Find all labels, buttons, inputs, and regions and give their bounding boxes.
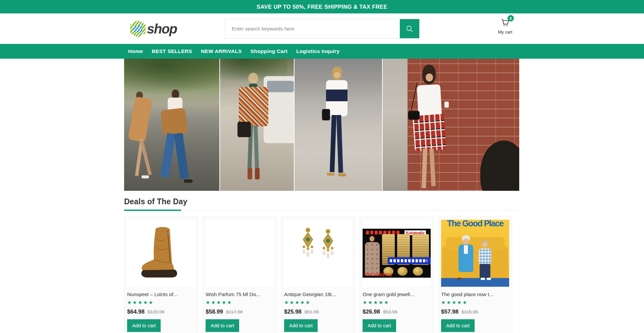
hero-slide-2[interactable] <box>220 59 294 191</box>
trees-art <box>124 59 219 96</box>
product-card: Kukatpally free shipping One gra <box>360 217 434 333</box>
product-image-tan-ankle-boot[interactable] <box>127 220 195 287</box>
collage-woman-art <box>364 234 381 276</box>
product-price: $64.98 <box>127 309 145 315</box>
cart-count-badge: 0 <box>507 15 514 21</box>
product-old-price: $51.96 <box>305 309 319 315</box>
product-card: The Good Place The good place now t <box>438 217 512 333</box>
logo[interactable]: shop <box>130 20 177 38</box>
logo-text: shop <box>147 22 177 36</box>
add-to-cart-button[interactable]: Add to cart <box>363 319 396 332</box>
product-old-price: $129.96 <box>148 309 165 315</box>
product-price: $58.99 <box>206 309 223 315</box>
product-card: Antique Georgian 18t... ★★★★★ $25.98 $51… <box>281 217 355 333</box>
product-title[interactable]: Antique Georgian 18t... <box>284 291 352 297</box>
search-input[interactable] <box>225 19 400 38</box>
hero-slide-4[interactable] <box>383 59 519 191</box>
product-grid: Nunspeet – Loints of... ★★★★★ $64.98 $12… <box>124 217 520 333</box>
main-nav: Home BEST SELLERS NEW ARRIVALS Shopping … <box>0 44 644 59</box>
bag-art <box>237 122 251 137</box>
header: shop 0 My cart <box>0 13 644 44</box>
street-art <box>383 59 408 191</box>
collage-art: Kukatpally free shipping <box>363 229 431 278</box>
hero-slide-3[interactable] <box>294 59 382 191</box>
product-price: $57.98 <box>441 309 459 315</box>
hero-slider <box>124 59 520 191</box>
nav-item-logistics-inquiry[interactable]: Logistics Inquiry <box>296 48 339 54</box>
add-to-cart-button[interactable]: Add to cart <box>127 319 161 332</box>
product-image-blank[interactable] <box>206 220 274 287</box>
logo-hexagon-icon <box>130 20 146 38</box>
coffee-cup-art <box>444 102 449 108</box>
add-to-cart-button[interactable]: Add to cart <box>284 319 318 332</box>
my-cart[interactable]: 0 My cart <box>492 17 518 35</box>
product-card: Nunspeet – Loints of... ★★★★★ $64.98 $12… <box>124 217 198 333</box>
product-old-price: $53.96 <box>383 309 397 315</box>
earrings-art <box>297 225 340 282</box>
poster-art: The Good Place <box>441 220 509 287</box>
product-price: $25.98 <box>284 309 302 315</box>
nav-item-home[interactable]: Home <box>128 48 143 54</box>
add-to-cart-button[interactable]: Add to cart <box>206 319 239 332</box>
product-old-price: $115.96 <box>462 309 478 315</box>
product-rating: ★★★★★ <box>363 299 431 306</box>
foreground-art <box>480 141 519 191</box>
add-to-cart-button[interactable]: Add to cart <box>441 319 475 332</box>
search-button[interactable] <box>400 19 419 38</box>
search-icon <box>405 24 414 33</box>
product-image-good-place-poster[interactable]: The Good Place <box>441 220 509 287</box>
product-rating: ★★★★★ <box>441 299 509 306</box>
product-title[interactable]: One gram gold jewell... <box>363 291 431 297</box>
product-image-gold-earrings[interactable] <box>284 220 352 287</box>
promo-banner-text: SAVE UP TO 50%, FREE SHIPPING & TAX FREE <box>257 4 387 10</box>
product-title[interactable]: Nunspeet – Loints of... <box>127 291 195 297</box>
section-divider <box>124 210 520 211</box>
product-card: Wish Parfum 75 Ml Do... ★★★★★ $58.99 $11… <box>203 217 277 333</box>
collage-blue-banner <box>388 257 431 264</box>
product-old-price: $117.98 <box>226 309 243 315</box>
promo-banner: SAVE UP TO 50%, FREE SHIPPING & TAX FREE <box>0 0 644 13</box>
product-price: $26.98 <box>363 309 380 315</box>
nav-item-best-sellers[interactable]: BEST SELLERS <box>152 48 192 54</box>
product-title[interactable]: Wish Parfum 75 Ml Do... <box>206 291 274 297</box>
product-image-jewellery-collage[interactable]: Kukatpally free shipping <box>363 220 431 287</box>
product-rating: ★★★★★ <box>127 299 195 306</box>
nav-item-new-arrivals[interactable]: NEW ARRIVALS <box>201 48 242 54</box>
hero-slide-1[interactable] <box>124 59 219 191</box>
collage-free-shipping-text: free shipping <box>364 272 392 277</box>
product-rating: ★★★★★ <box>284 299 352 306</box>
bag-art <box>322 109 330 120</box>
product-title[interactable]: The good place now t... <box>441 291 509 297</box>
deals-section: Deals of The Day Nunspeet – Loints of...… <box>124 197 520 333</box>
nav-item-shopping-cart[interactable]: Shopping Cart <box>251 48 288 54</box>
search-bar <box>225 19 420 39</box>
bag-art <box>408 111 420 120</box>
product-rating: ★★★★★ <box>206 299 274 306</box>
cart-label: My cart <box>492 30 518 35</box>
poster-title-text: The Good Place <box>441 220 509 228</box>
boot-art <box>136 225 186 281</box>
section-title: Deals of The Day <box>124 197 520 206</box>
